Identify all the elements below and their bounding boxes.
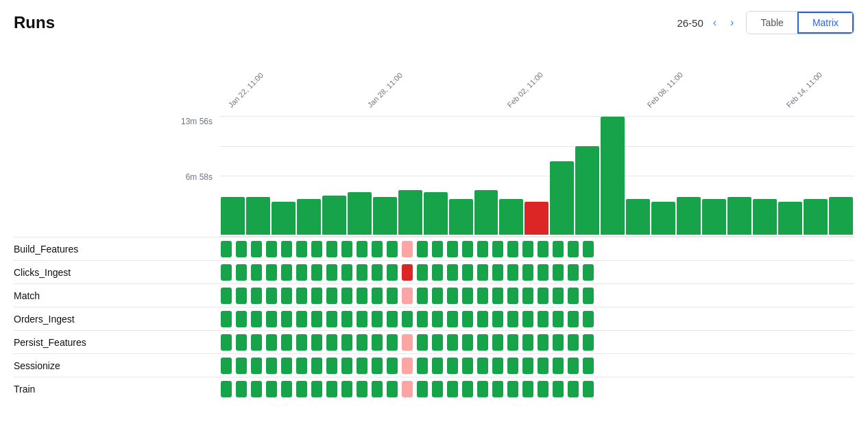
cell-0-6[interactable] xyxy=(311,241,322,257)
cell-4-9[interactable] xyxy=(357,334,367,351)
cell-1-13[interactable] xyxy=(417,264,428,281)
cell-2-2[interactable] xyxy=(251,288,262,304)
cell-3-9[interactable] xyxy=(357,311,367,327)
cell-5-18[interactable] xyxy=(492,358,503,374)
cell-6-2[interactable] xyxy=(251,381,262,397)
cell-5-10[interactable] xyxy=(372,358,383,374)
cell-2-20[interactable] xyxy=(522,288,533,304)
cell-5-15[interactable] xyxy=(447,358,458,374)
cell-6-9[interactable] xyxy=(357,381,367,397)
cell-4-11[interactable] xyxy=(387,334,398,351)
cell-1-14[interactable] xyxy=(432,264,443,281)
cell-2-1[interactable] xyxy=(236,288,247,304)
prev-page-button[interactable]: ‹ xyxy=(709,15,721,30)
cell-0-18[interactable] xyxy=(492,241,503,257)
cell-2-24[interactable] xyxy=(583,288,594,304)
cell-6-16[interactable] xyxy=(462,381,473,397)
cell-5-7[interactable] xyxy=(326,358,337,374)
cell-5-1[interactable] xyxy=(236,358,247,374)
cell-3-4[interactable] xyxy=(281,311,292,327)
cell-4-6[interactable] xyxy=(311,334,322,351)
cell-1-24[interactable] xyxy=(583,264,594,281)
cell-3-22[interactable] xyxy=(553,311,564,327)
cell-6-24[interactable] xyxy=(583,381,594,397)
cell-2-13[interactable] xyxy=(417,288,428,304)
cell-2-22[interactable] xyxy=(553,288,564,304)
cell-6-7[interactable] xyxy=(326,381,337,397)
cell-2-8[interactable] xyxy=(341,288,352,304)
cell-5-22[interactable] xyxy=(553,358,564,374)
cell-0-21[interactable] xyxy=(538,241,548,257)
cell-6-13[interactable] xyxy=(417,381,428,397)
cell-4-7[interactable] xyxy=(326,334,337,351)
cell-0-17[interactable] xyxy=(477,241,488,257)
cell-5-19[interactable] xyxy=(507,358,518,374)
cell-3-2[interactable] xyxy=(251,311,262,327)
cell-1-7[interactable] xyxy=(326,264,337,281)
cell-4-10[interactable] xyxy=(372,334,383,351)
cell-0-3[interactable] xyxy=(266,241,277,257)
cell-4-13[interactable] xyxy=(417,334,428,351)
cell-3-11[interactable] xyxy=(387,311,398,327)
cell-1-22[interactable] xyxy=(553,264,564,281)
cell-0-9[interactable] xyxy=(357,241,367,257)
cell-3-5[interactable] xyxy=(296,311,307,327)
cell-1-15[interactable] xyxy=(447,264,458,281)
cell-4-20[interactable] xyxy=(522,334,533,351)
cell-0-7[interactable] xyxy=(326,241,337,257)
cell-2-21[interactable] xyxy=(538,288,548,304)
cell-3-17[interactable] xyxy=(477,311,488,327)
cell-4-17[interactable] xyxy=(477,334,488,351)
cell-4-2[interactable] xyxy=(251,334,262,351)
cell-5-3[interactable] xyxy=(266,358,277,374)
cell-3-12[interactable] xyxy=(402,311,413,327)
cell-6-21[interactable] xyxy=(538,381,548,397)
cell-0-22[interactable] xyxy=(553,241,564,257)
cell-6-22[interactable] xyxy=(553,381,564,397)
cell-6-23[interactable] xyxy=(568,381,579,397)
cell-1-8[interactable] xyxy=(341,264,352,281)
cell-1-20[interactable] xyxy=(522,264,533,281)
cell-4-16[interactable] xyxy=(462,334,473,351)
cell-5-0[interactable] xyxy=(221,358,232,374)
cell-0-12[interactable] xyxy=(402,241,413,257)
cell-1-1[interactable] xyxy=(236,264,247,281)
cell-2-18[interactable] xyxy=(492,288,503,304)
cell-3-24[interactable] xyxy=(583,311,594,327)
cell-3-18[interactable] xyxy=(492,311,503,327)
cell-0-5[interactable] xyxy=(296,241,307,257)
cell-3-19[interactable] xyxy=(507,311,518,327)
cell-6-1[interactable] xyxy=(236,381,247,397)
cell-5-9[interactable] xyxy=(357,358,367,374)
table-view-button[interactable]: Table xyxy=(747,12,797,34)
cell-1-12[interactable] xyxy=(402,264,413,281)
cell-2-6[interactable] xyxy=(311,288,322,304)
cell-3-0[interactable] xyxy=(221,311,232,327)
cell-6-3[interactable] xyxy=(266,381,277,397)
cell-0-15[interactable] xyxy=(447,241,458,257)
cell-0-24[interactable] xyxy=(583,241,594,257)
cell-5-13[interactable] xyxy=(417,358,428,374)
cell-0-20[interactable] xyxy=(522,241,533,257)
cell-2-14[interactable] xyxy=(432,288,443,304)
cell-2-15[interactable] xyxy=(447,288,458,304)
cell-2-16[interactable] xyxy=(462,288,473,304)
cell-6-12[interactable] xyxy=(402,381,413,397)
cell-5-17[interactable] xyxy=(477,358,488,374)
cell-6-18[interactable] xyxy=(492,381,503,397)
cell-0-4[interactable] xyxy=(281,241,292,257)
cell-2-9[interactable] xyxy=(357,288,367,304)
cell-4-23[interactable] xyxy=(568,334,579,351)
cell-2-3[interactable] xyxy=(266,288,277,304)
cell-4-18[interactable] xyxy=(492,334,503,351)
cell-0-2[interactable] xyxy=(251,241,262,257)
cell-1-16[interactable] xyxy=(462,264,473,281)
cell-4-14[interactable] xyxy=(432,334,443,351)
cell-4-8[interactable] xyxy=(341,334,352,351)
cell-6-20[interactable] xyxy=(522,381,533,397)
cell-1-2[interactable] xyxy=(251,264,262,281)
cell-3-23[interactable] xyxy=(568,311,579,327)
cell-5-24[interactable] xyxy=(583,358,594,374)
cell-6-15[interactable] xyxy=(447,381,458,397)
cell-5-20[interactable] xyxy=(522,358,533,374)
